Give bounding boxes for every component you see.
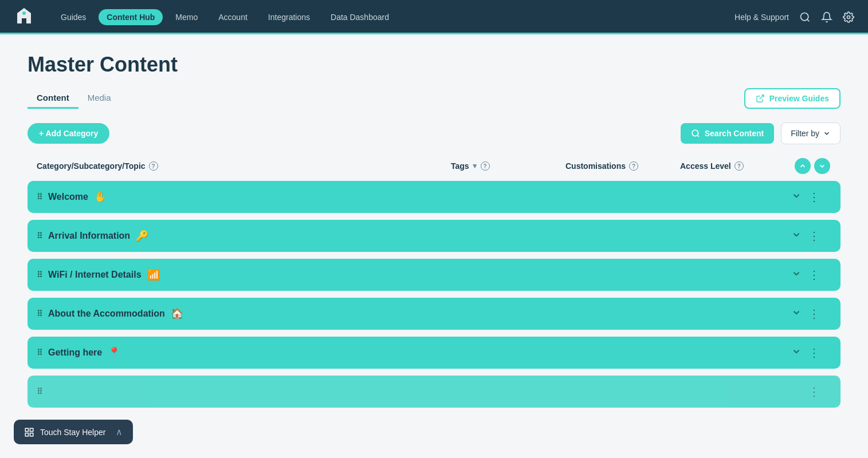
svg-rect-8 xyxy=(25,433,28,436)
sort-up-button[interactable] xyxy=(795,158,811,174)
search-content-button[interactable]: Search Content xyxy=(681,123,774,144)
toolbar-right: Search Content Filter by xyxy=(681,123,840,144)
app-logo[interactable] xyxy=(14,6,34,29)
toolbar: + Add Category Search Content Filter by xyxy=(28,123,840,144)
svg-point-1 xyxy=(22,11,26,15)
svg-point-2 xyxy=(801,13,808,21)
customisations-info-icon[interactable]: ? xyxy=(629,161,638,171)
more-welcome-button[interactable]: ⋮ xyxy=(806,188,822,206)
category-label-welcome: Welcome xyxy=(48,192,88,202)
access-level-info-icon[interactable]: ? xyxy=(735,161,744,171)
tab-media[interactable]: Media xyxy=(78,88,120,109)
preview-guides-button[interactable]: Preview Guides xyxy=(744,88,840,109)
drag-handle-welcome[interactable]: ⠿ xyxy=(37,192,42,202)
helper-close-icon[interactable]: ∧ xyxy=(116,427,123,437)
nav-link-integrations[interactable]: Integrations xyxy=(260,9,318,25)
sort-arrows xyxy=(795,158,831,174)
category-row[interactable]: ⠿ Arrival Information 🔑 ⋮ xyxy=(28,220,840,252)
nav-right: Help & Support xyxy=(735,11,854,23)
category-label-getting-here: Getting here xyxy=(48,348,102,358)
category-icon-getting-here: 📍 xyxy=(108,346,120,359)
drag-handle-arrival[interactable]: ⠿ xyxy=(37,231,42,240)
nav-link-data-dashboard[interactable]: Data Dashboard xyxy=(323,9,397,25)
more-accommodation-button[interactable]: ⋮ xyxy=(806,305,822,323)
svg-point-3 xyxy=(847,16,850,19)
more-wifi-button[interactable]: ⋮ xyxy=(806,266,822,284)
drag-handle-partial[interactable]: ⠿ xyxy=(37,387,42,396)
filter-by-button[interactable]: Filter by xyxy=(781,123,840,144)
nav-links: Guides Content Hub Memo Account Integrat… xyxy=(53,9,735,25)
tab-list: Content Media xyxy=(28,88,120,109)
helper-widget[interactable]: Touch Stay Helper ∧ xyxy=(14,420,133,444)
category-row[interactable]: ⠿ Welcome ✋ ⋮ xyxy=(28,181,840,213)
filter-by-label: Filter by xyxy=(791,129,819,138)
main-content: Master Content Content Media Preview Gui… xyxy=(0,34,868,426)
category-row-partial[interactable]: ⠿ ⋮ xyxy=(28,376,840,408)
nav-link-memo[interactable]: Memo xyxy=(167,9,206,25)
search-icon[interactable] xyxy=(799,11,811,23)
expand-wifi-button[interactable] xyxy=(789,266,804,284)
svg-rect-7 xyxy=(30,428,33,431)
preview-guides-label: Preview Guides xyxy=(769,94,829,103)
search-content-label: Search Content xyxy=(705,129,764,138)
col-customisations-header: Customisations ? xyxy=(565,161,680,171)
category-icon-welcome: ✋ xyxy=(94,191,107,203)
nav-link-account[interactable]: Account xyxy=(210,9,256,25)
expand-getting-here-button[interactable] xyxy=(789,344,804,362)
tags-info-icon[interactable]: ? xyxy=(481,161,490,171)
drag-handle-accommodation[interactable]: ⠿ xyxy=(37,309,42,318)
expand-accommodation-button[interactable] xyxy=(789,305,804,323)
helper-label: Touch Stay Helper xyxy=(40,428,105,437)
expand-welcome-button[interactable] xyxy=(789,188,804,206)
navbar: Guides Content Hub Memo Account Integrat… xyxy=(0,0,868,34)
col-category-header: Category/Subcategory/Topic ? xyxy=(37,161,451,171)
more-arrival-button[interactable]: ⋮ xyxy=(806,227,822,245)
category-row[interactable]: ⠿ About the Accommodation 🏠 ⋮ xyxy=(28,298,840,330)
category-icon-arrival: 🔑 xyxy=(136,230,148,242)
notifications-icon[interactable] xyxy=(821,11,832,23)
add-category-label: + Add Category xyxy=(39,129,98,138)
category-icon-wifi: 📶 xyxy=(147,269,160,281)
more-partial-button[interactable]: ⋮ xyxy=(806,382,822,401)
category-row[interactable]: ⠿ WiFi / Internet Details 📶 ⋮ xyxy=(28,259,840,291)
tab-content[interactable]: Content xyxy=(28,88,78,109)
svg-rect-9 xyxy=(30,433,33,436)
help-support-link[interactable]: Help & Support xyxy=(735,13,789,22)
drag-handle-wifi[interactable]: ⠿ xyxy=(37,270,42,279)
page-title: Master Content xyxy=(28,53,840,77)
nav-link-content-hub[interactable]: Content Hub xyxy=(99,9,163,25)
category-label-wifi: WiFi / Internet Details xyxy=(48,270,142,280)
svg-point-5 xyxy=(692,130,698,136)
col-access-level-header: Access Level ? xyxy=(680,161,795,171)
category-info-icon[interactable]: ? xyxy=(149,161,158,171)
add-category-button[interactable]: + Add Category xyxy=(28,123,109,144)
category-list: ⠿ Welcome ✋ ⋮ ⠿ Arrival Information 🔑 xyxy=(28,181,840,408)
category-label-arrival: Arrival Information xyxy=(48,231,130,241)
table-header: Category/Subcategory/Topic ? Tags ▼ ? Cu… xyxy=(28,158,840,181)
category-row[interactable]: ⠿ Getting here 📍 ⋮ xyxy=(28,337,840,369)
settings-icon[interactable] xyxy=(843,11,854,23)
tabs-row: Content Media Preview Guides xyxy=(28,88,840,109)
more-getting-here-button[interactable]: ⋮ xyxy=(806,344,822,362)
col-tags-header: Tags ▼ ? xyxy=(451,161,565,171)
category-icon-accommodation: 🏠 xyxy=(171,307,183,320)
drag-handle-getting-here[interactable]: ⠿ xyxy=(37,348,42,357)
nav-link-guides[interactable]: Guides xyxy=(53,9,94,25)
sort-down-button[interactable] xyxy=(814,158,830,174)
svg-line-4 xyxy=(759,95,763,99)
tags-chevron-icon: ▼ xyxy=(472,162,478,170)
category-label-accommodation: About the Accommodation xyxy=(48,309,165,319)
svg-rect-6 xyxy=(25,428,28,431)
expand-arrival-button[interactable] xyxy=(789,227,804,245)
